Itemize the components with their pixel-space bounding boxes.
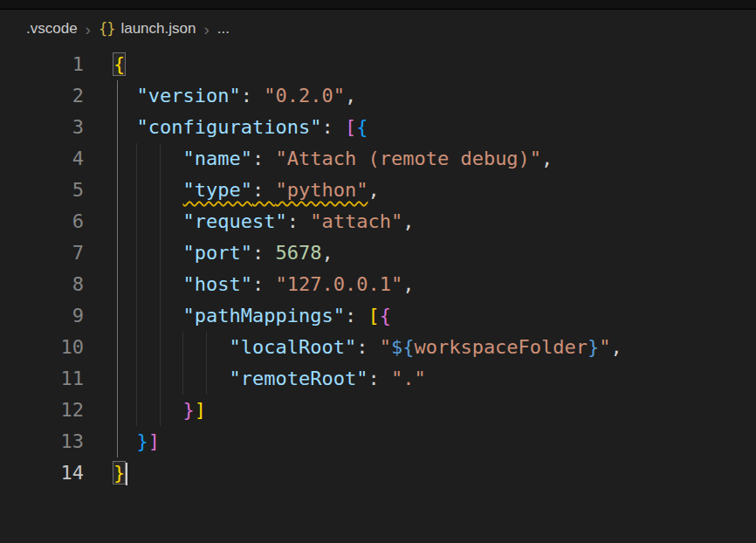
code-token: "name"	[182, 148, 251, 169]
code-line-content: "localRoot": "${workspaceFolder}",	[84, 332, 622, 363]
code-token: }	[588, 336, 599, 358]
code-token: "port"	[182, 242, 251, 264]
code-token: [	[368, 305, 379, 326]
line-number: 4	[0, 143, 84, 175]
code-token: "attach"	[310, 210, 402, 232]
line-number: 13	[0, 426, 84, 457]
code-token: {	[380, 305, 391, 326]
breadcrumb-item-more[interactable]: ...	[217, 20, 230, 38]
code-token: }	[113, 462, 125, 484]
code-line[interactable]: 4 "name": "Attach (remote debug)",	[0, 143, 756, 175]
code-token: :	[345, 305, 368, 326]
code-token: ,	[402, 273, 414, 295]
line-number: 10	[0, 332, 84, 363]
code-token: workspaceFolder	[414, 336, 588, 358]
code-token: :	[252, 242, 276, 264]
bracket-pair-guide	[117, 80, 118, 457]
code-line[interactable]: 12 }]	[0, 395, 756, 426]
code-token	[113, 305, 182, 326]
code-token: :	[368, 368, 391, 389]
code-token: :	[287, 210, 311, 232]
indent-guide	[206, 332, 207, 395]
code-line-content: }]	[84, 395, 206, 426]
code-token	[113, 273, 182, 295]
code-token: "version"	[137, 85, 241, 107]
code-line[interactable]: 7 "port": 5678,	[0, 237, 756, 269]
code-line[interactable]: 3 "configurations": [{	[0, 112, 756, 143]
code-line-content: "name": "Attach (remote debug)",	[84, 143, 553, 175]
code-lines: 1{2 "version": "0.2.0",3 "configurations…	[0, 49, 756, 489]
line-number: 8	[0, 269, 84, 300]
line-number: 14	[0, 457, 84, 489]
code-line-content: "host": "127.0.0.1",	[84, 269, 414, 300]
code-token: ${	[391, 336, 415, 358]
code-token	[113, 399, 182, 421]
line-number: 12	[0, 395, 84, 426]
code-token: 5678	[275, 242, 321, 264]
code-line[interactable]: 2 "version": "0.2.0",	[0, 80, 756, 112]
line-number: 6	[0, 206, 84, 237]
code-token: :	[252, 273, 276, 295]
line-number: 9	[0, 300, 84, 332]
code-line-content: "remoteRoot": "."	[84, 363, 426, 395]
code-line[interactable]: 9 "pathMappings": [{	[0, 300, 756, 332]
line-number: 5	[0, 175, 84, 206]
line-number: 7	[0, 237, 84, 269]
code-token: "Attach (remote debug)"	[275, 148, 541, 169]
code-token	[113, 368, 229, 389]
code-line[interactable]: 1{	[0, 49, 756, 80]
code-line-content: }	[84, 457, 127, 489]
code-token: ,	[368, 179, 379, 201]
code-line-content: "type": "python",	[84, 175, 380, 206]
code-token	[113, 336, 229, 358]
json-braces-icon: {}	[99, 20, 114, 38]
code-token: "0.2.0"	[264, 85, 345, 107]
indent-guide	[160, 143, 161, 426]
code-editor[interactable]: 1{2 "version": "0.2.0",3 "configurations…	[0, 49, 756, 489]
code-token: ,	[402, 210, 414, 232]
line-number: 1	[0, 49, 84, 80]
line-number: 2	[0, 80, 84, 112]
code-line-content: "request": "attach",	[84, 206, 414, 237]
chevron-right-icon: ›	[203, 21, 209, 38]
code-token: "."	[391, 368, 426, 389]
line-number: 11	[0, 363, 84, 395]
breadcrumb-item-file[interactable]: launch.json	[120, 20, 196, 38]
code-line[interactable]: 6 "request": "attach",	[0, 206, 756, 237]
code-token: "python"	[275, 179, 368, 201]
code-token: "pathMappings"	[182, 305, 344, 326]
code-line[interactable]: 14}	[0, 457, 756, 489]
indent-guide	[136, 143, 137, 426]
chevron-right-icon: ›	[86, 21, 91, 38]
code-line[interactable]: 10 "localRoot": "${workspaceFolder}",	[0, 332, 756, 363]
code-line[interactable]: 5 "type": "python",	[0, 175, 756, 206]
code-token: :	[241, 85, 265, 107]
text-cursor	[126, 463, 127, 485]
breadcrumb-item-folder[interactable]: .vscode	[26, 20, 78, 38]
code-line[interactable]: 13 }]	[0, 426, 756, 457]
code-token	[113, 210, 182, 232]
code-token: :	[356, 336, 380, 358]
code-token: ,	[541, 148, 553, 169]
code-token: "configurations"	[137, 116, 322, 138]
code-token	[113, 179, 182, 201]
code-line[interactable]: 11 "remoteRoot": "."	[0, 363, 756, 395]
code-line-content: }]	[84, 426, 160, 457]
line-number: 3	[0, 112, 84, 143]
breadcrumb: .vscode › {} launch.json › ...	[0, 9, 756, 49]
code-token	[113, 148, 182, 169]
code-token: {	[113, 53, 125, 75]
code-token	[113, 242, 182, 264]
code-token: ,	[321, 242, 333, 264]
code-token: "localRoot"	[229, 336, 356, 358]
code-token: :	[321, 116, 345, 138]
code-line[interactable]: 8 "host": "127.0.0.1",	[0, 269, 756, 300]
code-token: ,	[611, 336, 622, 358]
code-token: ]	[195, 399, 206, 421]
indent-guide	[182, 332, 183, 395]
code-token: "	[380, 336, 391, 358]
code-token: "remoteRoot"	[229, 368, 368, 389]
code-line-content: "pathMappings": [{	[84, 300, 391, 332]
code-token: {	[356, 116, 368, 138]
code-token: "	[599, 336, 610, 358]
